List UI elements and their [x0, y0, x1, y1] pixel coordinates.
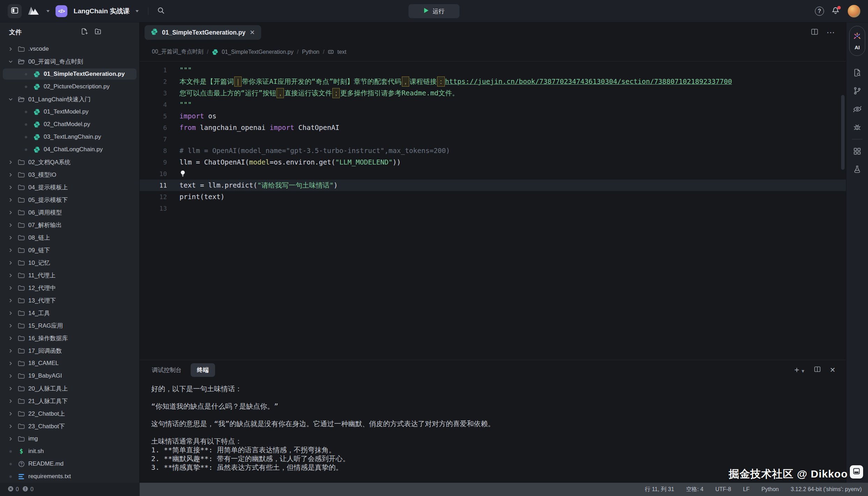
tree-folder-row[interactable]: 07_解析输出: [0, 219, 139, 231]
status-item[interactable]: 3.12.2 64-bit ('shims': pyenv): [790, 486, 862, 493]
lightbulb-icon[interactable]: [179, 170, 186, 177]
split-editor-icon[interactable]: [810, 28, 819, 37]
new-terminal-button[interactable]: + ▼: [794, 366, 805, 374]
chevron-collapsed-icon[interactable]: [8, 361, 13, 366]
bug-icon[interactable]: [853, 118, 862, 136]
close-panel-icon[interactable]: ✕: [830, 366, 836, 374]
editor-scrollbar[interactable]: [841, 95, 845, 170]
breadcrumb-language[interactable]: Python: [302, 49, 319, 55]
tree-folder-row[interactable]: 04_提示模板上: [0, 181, 139, 194]
git-branch-icon[interactable]: [853, 82, 862, 100]
chevron-collapsed-icon[interactable]: [8, 386, 13, 391]
tree-file-row[interactable]: 01_SimpleTextGeneration.py: [0, 68, 139, 80]
tree-folder-row[interactable]: 06_调用模型: [0, 206, 139, 219]
code-line[interactable]: 10: [140, 168, 846, 180]
chevron-expanded-icon[interactable]: [8, 59, 13, 64]
tree-folder-row[interactable]: 12_代理中: [0, 282, 139, 294]
chevron-collapsed-icon[interactable]: [8, 436, 13, 442]
chevron-collapsed-icon[interactable]: [8, 424, 13, 429]
code-line[interactable]: 1""": [140, 64, 846, 76]
code-line[interactable]: 4""": [140, 99, 846, 110]
chevron-collapsed-icon[interactable]: [8, 172, 13, 177]
code-link[interactable]: https://juejin.cn/book/73877023474361303…: [445, 78, 732, 86]
split-terminal-icon[interactable]: [814, 365, 821, 374]
toggle-sidebar-button[interactable]: [8, 4, 22, 18]
tree-file-row[interactable]: 02_ChatModel.py: [0, 118, 139, 131]
tree-folder-row[interactable]: 18_CAMEL: [0, 357, 139, 370]
tree-file-row[interactable]: 01_TextModel.py: [0, 105, 139, 118]
chevron-collapsed-icon[interactable]: [8, 348, 13, 353]
chevron-collapsed-icon[interactable]: [8, 273, 13, 278]
tree-folder-row[interactable]: 22_Chatbot上: [0, 407, 139, 420]
tree-folder-row[interactable]: 15_RAG应用: [0, 319, 139, 332]
tree-folder-row[interactable]: .vscode: [0, 43, 139, 55]
editor-tab[interactable]: 01_SimpleTextGeneration.py ✕: [145, 25, 261, 40]
new-folder-icon[interactable]: [94, 28, 102, 37]
chevron-collapsed-icon[interactable]: [8, 323, 13, 328]
tree-folder-row[interactable]: 21_人脉工具下: [0, 395, 139, 407]
problems-summary[interactable]: 0 0: [0, 483, 140, 496]
status-item[interactable]: LF: [743, 486, 750, 493]
chevron-collapsed-icon[interactable]: [8, 411, 13, 416]
code-line[interactable]: 6from langchain_openai import ChatOpenAI: [140, 122, 846, 133]
tree-file-row[interactable]: README.md: [0, 458, 139, 470]
tree-folder-row[interactable]: 17_回调函数: [0, 344, 139, 357]
more-actions-icon[interactable]: ⋯: [826, 28, 836, 37]
chevron-down-icon[interactable]: ▼: [45, 9, 51, 13]
breadcrumb-symbol[interactable]: text: [337, 49, 346, 55]
chevron-collapsed-icon[interactable]: [8, 373, 13, 379]
tree-folder-row[interactable]: img: [0, 432, 139, 445]
tab-terminal[interactable]: 终端: [191, 363, 215, 377]
status-item[interactable]: UTF-8: [715, 486, 731, 493]
code-editor[interactable]: 1"""2本文件是【开篇词｜带你亲证AI应用开发的“奇点”时刻】章节的配套代码，…: [140, 61, 846, 360]
status-item[interactable]: 行 11, 列 31: [645, 486, 674, 493]
chevron-collapsed-icon[interactable]: [8, 235, 13, 240]
tree-folder-row[interactable]: 16_操作数据库: [0, 332, 139, 344]
chevron-down-icon[interactable]: ▼: [134, 9, 140, 13]
status-item[interactable]: Python: [762, 486, 779, 493]
tree-file-row[interactable]: 03_TextLangChain.py: [0, 131, 139, 143]
chevron-collapsed-icon[interactable]: [8, 197, 13, 203]
chevron-collapsed-icon[interactable]: [8, 210, 13, 215]
extensions-icon[interactable]: [853, 142, 862, 160]
notifications-button[interactable]: [831, 6, 841, 16]
tree-folder-row[interactable]: 19_BabyAGI: [0, 370, 139, 382]
lab-flask-icon[interactable]: [853, 160, 862, 178]
breadcrumb-file[interactable]: 01_SimpleTextGeneration.py: [222, 49, 293, 55]
chevron-collapsed-icon[interactable]: [8, 46, 13, 52]
code-line[interactable]: 13: [140, 203, 846, 214]
tree-folder-row[interactable]: 09_链下: [0, 244, 139, 256]
chevron-collapsed-icon[interactable]: [8, 223, 13, 228]
chevron-collapsed-icon[interactable]: [8, 185, 13, 190]
search-icon[interactable]: [157, 6, 165, 16]
avatar[interactable]: [848, 5, 860, 17]
project-name[interactable]: LangChain 实战课: [74, 7, 130, 16]
tree-folder-row[interactable]: 11_代理上: [0, 269, 139, 282]
code-line[interactable]: 7: [140, 133, 846, 145]
toggle-panel-button[interactable]: [850, 465, 863, 479]
chevron-collapsed-icon[interactable]: [8, 160, 13, 165]
tree-file-row[interactable]: requirements.txt: [0, 470, 139, 483]
tree-folder-row[interactable]: 10_记忆: [0, 256, 139, 269]
chevron-expanded-icon[interactable]: [8, 97, 13, 102]
tab-close-icon[interactable]: ✕: [250, 29, 255, 36]
code-line[interactable]: 5import os: [140, 110, 846, 122]
code-line[interactable]: 8# llm = OpenAI(model_name="gpt-3.5-turb…: [140, 145, 846, 156]
chevron-collapsed-icon[interactable]: [8, 248, 13, 253]
tree-file-row[interactable]: $init.sh: [0, 445, 139, 458]
tree-folder-row[interactable]: 02_文档QA系统: [0, 156, 139, 168]
tree-folder-row[interactable]: 05_提示模板下: [0, 194, 139, 206]
chevron-collapsed-icon[interactable]: [8, 399, 13, 404]
tree-folder-row[interactable]: 01_LangChain快速入门: [0, 93, 139, 105]
chevron-collapsed-icon[interactable]: [8, 336, 13, 341]
tree-file-row[interactable]: 04_ChatLongChain.py: [0, 143, 139, 156]
code-line[interactable]: 12print(text): [140, 191, 846, 203]
chevron-collapsed-icon[interactable]: [8, 260, 13, 265]
tree-folder-row[interactable]: 03_模型IO: [0, 168, 139, 181]
tree-folder-row[interactable]: 23_Chatbot下: [0, 420, 139, 432]
tree-file-row[interactable]: 02_PictureDescription.py: [0, 80, 139, 93]
tree-folder-row[interactable]: 08_链上: [0, 231, 139, 244]
code-line[interactable]: 3您可以点击最上方的“运行”按钮，直接运行该文件；更多操作指引请参考Readme…: [140, 87, 846, 99]
tree-folder-row[interactable]: 20_人脉工具上: [0, 382, 139, 395]
status-item[interactable]: 空格: 4: [686, 486, 704, 493]
